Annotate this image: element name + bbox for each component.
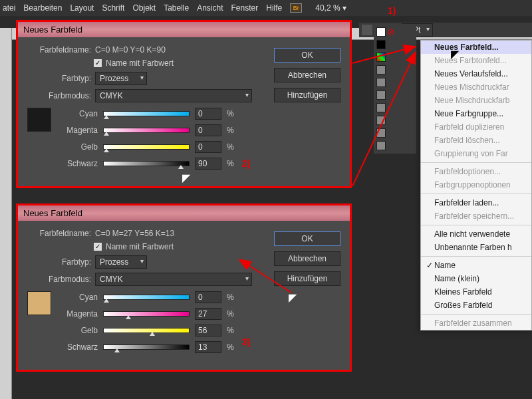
channel-label: Schwarz: [59, 159, 98, 168]
menu-item: Farbfeldoptionen...: [421, 165, 531, 178]
name-label: Farbfeldname:: [27, 229, 91, 238]
channel-slider[interactable]: [103, 161, 190, 166]
cancel-button[interactable]: Abbrechen: [274, 251, 340, 266]
checkbox-name-with-value[interactable]: ✓: [94, 59, 102, 67]
dialog-title: Neues Farbfeld: [18, 22, 350, 37]
cancel-button[interactable]: Abbrechen: [274, 68, 340, 82]
menu-item[interactable]: Neues Verlaufsfeld...: [421, 67, 531, 80]
menu-item[interactable]: Tabelle: [164, 3, 189, 13]
ok-button[interactable]: OK: [274, 48, 340, 63]
channel-label: Gelb: [59, 326, 98, 335]
percent-label: %: [227, 342, 234, 352]
channel-slider[interactable]: [103, 328, 190, 333]
percent-label: %: [227, 326, 234, 335]
swatches-panel[interactable]: ⊘: [374, 24, 416, 154]
menu-item[interactable]: atei: [3, 3, 15, 13]
percent-label: %: [227, 293, 234, 302]
ok-button[interactable]: OK: [274, 231, 340, 246]
menu-item: Farbfeld duplizieren: [421, 120, 531, 134]
menu-item[interactable]: Großes Farbfeld: [421, 299, 531, 312]
menu-item[interactable]: Name: [421, 259, 531, 272]
menu-item: Neue Mischdruckfarb: [421, 94, 531, 107]
name-value: C=0 M=0 Y=0 K=90: [95, 45, 166, 55]
channel-value[interactable]: 56: [195, 325, 221, 336]
menu-separator: [421, 314, 531, 315]
menu-item: Farbfelder zusammen: [421, 317, 531, 330]
menu-item: Farbgruppenoptionen: [421, 178, 531, 192]
menu-item[interactable]: Neue Farbgruppe...: [421, 107, 531, 120]
name-label: Farbfeldname:: [27, 45, 91, 55]
menu-item[interactable]: Farbfelder laden...: [421, 196, 531, 209]
colormode-label: Farbmodus:: [27, 275, 91, 284]
annotation-3: 3): [242, 336, 250, 347]
percent-label: %: [227, 109, 234, 118]
channel-value[interactable]: 27: [195, 308, 221, 320]
bridge-icon[interactable]: Br: [290, 3, 302, 13]
channel-value[interactable]: 90: [195, 158, 221, 170]
swatches-flyout-menu[interactable]: Neues Farbfeld...Neues Farbtonfeld...Neu…: [420, 40, 532, 331]
menu-item: Farbfeld löschen...: [421, 134, 531, 147]
tool-icon[interactable]: [362, 25, 372, 35]
vertical-ruler: [0, 28, 12, 399]
channel-label: Magenta: [59, 309, 98, 319]
colormode-select[interactable]: CMYK: [95, 89, 252, 102]
colormode-select[interactable]: CMYK: [95, 273, 252, 286]
dialog-title: Neues Farbfeld: [18, 205, 350, 221]
menu-item[interactable]: Bearbeiten: [23, 3, 62, 13]
channel-slider[interactable]: [103, 144, 190, 150]
menu-item: Farbfelder speichern...: [421, 209, 531, 223]
menu-item[interactable]: Layout: [70, 3, 94, 13]
channel-slider[interactable]: [103, 128, 190, 133]
menu-item[interactable]: Objekt: [132, 3, 156, 13]
channel-value[interactable]: 13: [195, 341, 221, 353]
percent-label: %: [227, 142, 234, 152]
channel-slider[interactable]: [103, 311, 190, 317]
channel-slider[interactable]: [103, 344, 190, 350]
swatch-preview: [27, 108, 51, 132]
channel-value[interactable]: 0: [195, 141, 221, 153]
menu-item[interactable]: Name (klein): [421, 272, 531, 285]
channel-slider[interactable]: [103, 295, 190, 300]
channel-label: Cyan: [59, 109, 98, 118]
menubar[interactable]: atei Bearbeiten Layout Schrift Objekt Ta…: [0, 0, 532, 16]
colortype-label: Farbtyp:: [27, 257, 91, 267]
menu-item: Gruppierung von Far: [421, 147, 531, 160]
channel-value[interactable]: 0: [195, 108, 221, 120]
colortype-select[interactable]: Prozess: [95, 255, 147, 269]
menu-item[interactable]: Neues Farbfeld...: [421, 41, 531, 54]
colortype-label: Farbtyp:: [27, 74, 91, 83]
checkbox-label: Name mit Farbwert: [106, 59, 174, 68]
colormode-label: Farbmodus:: [27, 91, 91, 100]
checkbox-label: Name mit Farbwert: [106, 242, 174, 251]
add-button[interactable]: Hinzufügen: [274, 88, 340, 102]
annotation-2: 2): [242, 158, 250, 169]
add-button[interactable]: Hinzufügen: [274, 271, 340, 286]
channel-label: Schwarz: [59, 342, 98, 352]
channel-label: Cyan: [59, 293, 98, 302]
channel-label: Gelb: [59, 142, 98, 152]
menu-item[interactable]: Schrift: [102, 3, 124, 13]
none-icon: ⊘: [387, 27, 395, 37]
zoom-level[interactable]: 40,2 % ▾: [315, 3, 346, 13]
menu-item[interactable]: Unbenannte Farben h: [421, 241, 531, 254]
annotation-1: 1): [388, 5, 396, 16]
menu-item[interactable]: Alle nicht verwendete: [421, 227, 531, 241]
channel-value[interactable]: 0: [195, 291, 221, 303]
menu-separator: [421, 194, 531, 194]
menu-item[interactable]: Kleines Farbfeld: [421, 285, 531, 299]
menu-item[interactable]: Hilfe: [266, 3, 282, 13]
colortype-select[interactable]: Prozess: [95, 72, 147, 85]
percent-label: %: [227, 309, 234, 319]
name-value: C=0 M=27 Y=56 K=13: [95, 229, 174, 238]
percent-label: %: [227, 126, 234, 135]
channel-value[interactable]: 0: [195, 124, 221, 136]
checkbox-name-with-value[interactable]: ✓: [94, 243, 102, 251]
new-swatch-dialog-1: Neues Farbfeld Farbfeldname:C=0 M=0 Y=0 …: [16, 20, 352, 188]
new-swatch-dialog-2: Neues Farbfeld Farbfeldname:C=0 M=27 Y=5…: [16, 203, 352, 372]
menu-item: Neues Farbtonfeld...: [421, 54, 531, 67]
menu-separator: [421, 162, 531, 163]
menu-separator: [421, 256, 531, 257]
menu-item[interactable]: Ansicht: [197, 3, 223, 13]
channel-slider[interactable]: [103, 111, 190, 116]
menu-item[interactable]: Fenster: [231, 3, 259, 13]
